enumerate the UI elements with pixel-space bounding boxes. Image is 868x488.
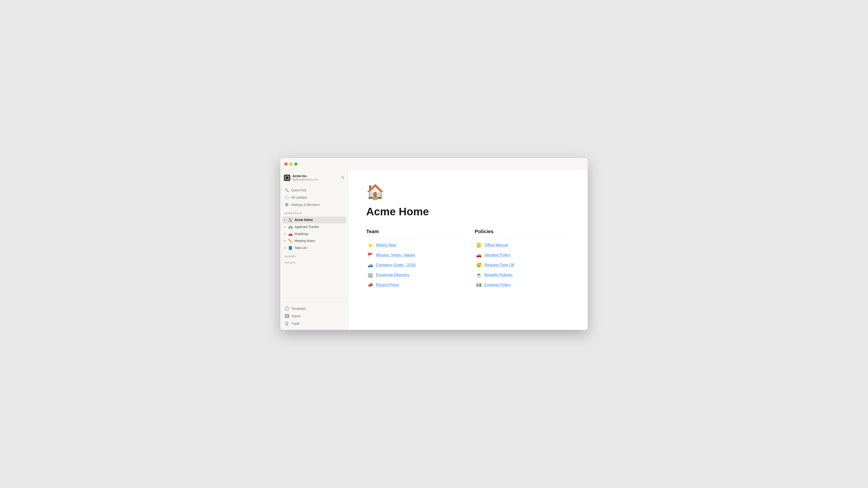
settings-label: Settings & Members — [291, 203, 320, 206]
car-icon: 🚗 — [288, 232, 293, 236]
clock-icon: 🕐 — [284, 195, 289, 200]
megaphone-icon: 📣 — [368, 282, 373, 288]
workspace-info: Acme Inc. fig@makenotion.com — [292, 174, 339, 182]
expense-policy-label: Expense Policy — [485, 283, 510, 287]
home-icon: 🏠 — [288, 218, 293, 222]
sidebar-bottom: 📋 Templates ⬇️ Import 🗑️ Trash — [280, 302, 348, 330]
sidebar-item-quick-find[interactable]: 🔍 Quick Find — [282, 187, 346, 194]
roadmap-label: Roadmap — [294, 232, 308, 236]
search-icon: 🔍 — [284, 188, 289, 193]
import-icon: ⬇️ — [284, 314, 289, 318]
bus-icon: 🚌 — [288, 225, 293, 229]
car-icon: 🚗 — [476, 252, 482, 258]
coffee-icon: ☕ — [476, 272, 482, 278]
policies-list: 📒 Office Manual 🚗 Vacation Policy 😴 Requ… — [475, 240, 569, 289]
notebook-icon: 📒 — [476, 242, 482, 248]
list-item[interactable]: 🏢 Employee Directory — [366, 270, 461, 280]
section-label-shared: SHARED — [280, 252, 348, 259]
workspace-header[interactable]: Acme Inc. fig@makenotion.com ⇅ — [280, 170, 348, 186]
team-section: Team ⭐ What's New 🚩 Mission, Vision, Val… — [366, 229, 461, 289]
company-goals-label: Company Goals - 2019 — [376, 263, 415, 267]
sidebar-item-import[interactable]: ⬇️ Import — [282, 312, 346, 320]
list-item[interactable]: 😴 Request Time Off — [475, 260, 569, 269]
mission-label: Mission, Vision, Values — [376, 253, 415, 257]
sidebar-item-task-list[interactable]: ▶ 📘 Task List — [282, 245, 346, 252]
page-title: Acme Home — [366, 206, 569, 218]
quick-find-label: Quick Find — [291, 188, 306, 192]
sidebar-item-all-updates[interactable]: 🕐 All Updates — [282, 194, 346, 201]
section-label-workspace: WORKSPACE — [280, 209, 348, 216]
section-label-private: PRIVATE — [280, 259, 348, 265]
sidebar-item-templates[interactable]: 📋 Templates — [282, 305, 346, 312]
workspace-logo — [284, 175, 290, 181]
applicant-tracker-label: Applicant Tracker — [294, 225, 319, 229]
templates-label: Templates — [291, 307, 306, 311]
office-manual-label: Office Manual — [485, 243, 508, 248]
content-grid: Team ⭐ What's New 🚩 Mission, Vision, Val… — [366, 229, 569, 289]
employee-directory-label: Employee Directory — [376, 273, 409, 277]
chevron-right-icon: ▶ — [284, 226, 286, 228]
minimize-button[interactable] — [289, 162, 292, 166]
building-icon: 🏢 — [368, 272, 373, 278]
policies-section: Policies 📒 Office Manual 🚗 Vacation Poli… — [475, 229, 569, 289]
trash-icon: 🗑️ — [284, 321, 289, 326]
pencil-icon: ✏️ — [288, 239, 293, 243]
titlebar — [280, 158, 588, 170]
list-item[interactable]: 💵 Expense Policy — [475, 281, 569, 289]
chevron-right-icon: ▶ — [284, 233, 286, 235]
list-item[interactable]: 🚙 Company Goals - 2019 — [366, 260, 461, 269]
import-label: Import — [291, 314, 301, 318]
list-item[interactable]: 📒 Office Manual — [475, 240, 569, 250]
team-list: ⭐ What's New 🚩 Mission, Vision, Values 🚙… — [366, 240, 461, 289]
list-item[interactable]: 🚗 Vacation Policy — [475, 251, 569, 260]
workspace-nav: ▶ 🏠 Acme Home ▶ 🚌 Applicant Tracker ▶ 🚗 … — [280, 216, 348, 252]
sidebar-item-settings[interactable]: ⚙️ Settings & Members — [282, 201, 346, 208]
list-item[interactable]: 📣 Recent Press — [366, 281, 461, 289]
recent-press-label: Recent Press — [376, 283, 399, 287]
team-heading: Team — [366, 229, 461, 237]
main-content: 🏠 Acme Home Team ⭐ What's New 🚩 Mission,… — [348, 170, 588, 330]
meeting-notes-label: Meeting Notes — [294, 239, 315, 242]
sidebar-item-trash[interactable]: 🗑️ Trash — [282, 320, 346, 327]
chevron-right-icon: ▶ — [284, 247, 286, 249]
chevron-right-icon: ▶ — [284, 240, 286, 242]
request-time-off-label: Request Time Off — [485, 263, 514, 267]
app-body: Acme Inc. fig@makenotion.com ⇅ 🔍 Quick F… — [280, 170, 588, 330]
flag-icon: 🚩 — [368, 252, 373, 258]
list-item[interactable]: ⭐ What's New — [366, 240, 461, 250]
page-icon: 🏠 — [366, 184, 569, 200]
close-button[interactable] — [284, 162, 287, 166]
chevron-updown-icon: ⇅ — [341, 175, 344, 180]
list-item[interactable]: 🚩 Mission, Vision, Values — [366, 251, 461, 260]
vacation-policy-label: Vacation Policy — [485, 253, 510, 257]
sidebar-item-roadmap[interactable]: ▶ 🚗 Roadmap — [282, 230, 346, 237]
acme-home-label: Acme Home — [294, 218, 313, 222]
sleeping-face-icon: 😴 — [476, 262, 482, 268]
gear-icon: ⚙️ — [284, 202, 289, 207]
maximize-button[interactable] — [294, 162, 298, 166]
whats-new-label: What's New — [376, 243, 396, 248]
money-icon: 💵 — [476, 282, 482, 288]
sidebar-item-meeting-notes[interactable]: ▶ ✏️ Meeting Notes — [282, 237, 346, 245]
book-icon: 📘 — [288, 246, 293, 250]
app-window: Acme Inc. fig@makenotion.com ⇅ 🔍 Quick F… — [280, 158, 588, 330]
sidebar-item-applicant-tracker[interactable]: ▶ 🚌 Applicant Tracker — [282, 223, 346, 230]
chevron-right-icon: ▶ — [284, 219, 286, 221]
sidebar-item-acme-home[interactable]: ▶ 🏠 Acme Home — [282, 217, 346, 223]
benefits-policies-label: Benefits Policies — [485, 273, 513, 277]
star-icon: ⭐ — [368, 242, 373, 248]
task-list-label: Task List — [294, 246, 307, 250]
all-updates-label: All Updates — [291, 196, 307, 199]
sidebar: Acme Inc. fig@makenotion.com ⇅ 🔍 Quick F… — [280, 170, 348, 330]
sidebar-actions: 🔍 Quick Find 🕐 All Updates ⚙️ Settings &… — [280, 186, 348, 209]
policies-heading: Policies — [475, 229, 569, 237]
trash-label: Trash — [291, 322, 300, 325]
list-item[interactable]: ☕ Benefits Policies — [475, 270, 569, 280]
templates-icon: 📋 — [284, 306, 289, 311]
car-icon: 🚙 — [368, 262, 373, 268]
workspace-logo-inner — [285, 176, 289, 180]
workspace-email: fig@makenotion.com — [292, 178, 339, 182]
workspace-name: Acme Inc. — [292, 174, 339, 178]
